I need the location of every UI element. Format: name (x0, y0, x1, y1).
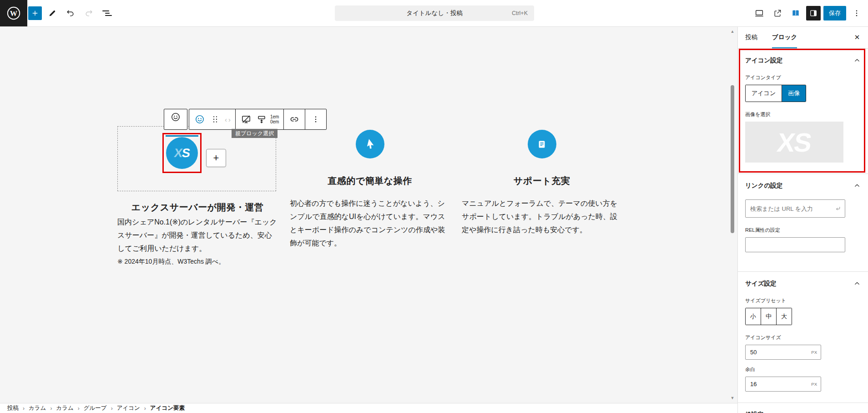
options-menu-button[interactable] (849, 5, 864, 21)
highlight-box-canvas-icon: XS (162, 133, 202, 173)
margin-field: PX (745, 377, 821, 392)
toolbar-segment-display: 1em 0em (236, 109, 284, 129)
icon-type-icon-button[interactable]: アイコン (746, 85, 782, 102)
scrollbar-thumb[interactable] (731, 85, 734, 233)
settings-sidebar: 投稿 ブロック ✕ アイコン設定 アイコンタイプ アイコン 画像 画像を選択 X… (737, 26, 868, 413)
breadcrumb-post[interactable]: 投稿 (7, 404, 19, 412)
tab-post[interactable]: 投稿 (745, 26, 757, 48)
size-settings-header[interactable]: サイズ設定 (745, 279, 843, 288)
icon-settings-header[interactable]: アイコン設定 (745, 56, 843, 65)
size-large-button[interactable]: 大 (777, 308, 792, 325)
spacing-values[interactable]: 1em 0em (270, 114, 279, 124)
parent-block-selector-button[interactable] (168, 109, 183, 125)
topbar-right-tools: 保存 (752, 0, 864, 26)
frame-settings-title: 枠設定 (745, 411, 764, 413)
book-icon-block[interactable] (528, 130, 556, 158)
size-small-button[interactable]: 小 (746, 308, 761, 325)
link-settings-header[interactable]: リンクの設定 (745, 181, 843, 190)
block-mover-buttons[interactable]: ‹ › (223, 116, 232, 123)
documentation-book-icon[interactable] (788, 5, 803, 21)
breadcrumb-group[interactable]: グループ (84, 404, 107, 412)
block-inserter-button[interactable] (28, 6, 42, 20)
svg-text:W: W (10, 9, 18, 18)
edit-tool-button[interactable] (45, 5, 60, 21)
undo-button[interactable] (63, 5, 78, 21)
monitor-slash-icon (241, 114, 252, 125)
select-image-label: 画像を選択 (745, 111, 843, 118)
margin-unit: PX (811, 382, 821, 387)
chevron-up-icon (853, 181, 862, 190)
spacing-control-button[interactable] (254, 112, 269, 127)
breadcrumb-separator: › (23, 405, 25, 412)
size-preset-toggle: 小 中 大 (745, 308, 792, 325)
preview-device-button[interactable] (752, 5, 767, 21)
image-preview-button[interactable]: XS (745, 122, 843, 163)
add-block-button[interactable]: + (206, 149, 226, 167)
column-1-paragraph[interactable]: 国内シェアNo.1(※)のレンタルサーバー『エックスサーバー』が開発・運営してい… (117, 215, 278, 255)
breadcrumb-column[interactable]: カラム (56, 404, 73, 412)
link-button[interactable] (287, 112, 302, 127)
icon-type-image-button[interactable]: 画像 (782, 85, 806, 102)
icon-block-type-button[interactable] (192, 112, 207, 127)
drag-handle[interactable] (207, 112, 223, 127)
column-2-title[interactable]: 直感的で簡単な操作 (290, 175, 450, 187)
frame-settings-header[interactable]: 枠設定 (745, 410, 843, 413)
save-button[interactable]: 保存 (823, 6, 846, 20)
breadcrumb-separator: › (78, 405, 80, 412)
move-right-icon: › (228, 116, 231, 123)
device-visibility-button[interactable] (238, 112, 254, 127)
command-palette-shortcut: Ctrl+K (512, 10, 528, 16)
margin-spacing-icon (256, 114, 267, 125)
wordpress-logo-icon[interactable]: W (0, 0, 27, 26)
link-icon (289, 114, 300, 125)
document-title-button[interactable]: タイトルなし・投稿 Ctrl+K (335, 5, 534, 21)
document-overview-button[interactable] (99, 5, 115, 21)
cursor-icon-block[interactable] (356, 130, 384, 158)
column-1-note[interactable]: ※ 2024年10月時点、W3Techs 調べ。 (117, 257, 278, 266)
redo-button[interactable] (81, 5, 96, 21)
rel-attribute-label: REL属性の設定 (745, 227, 843, 234)
breadcrumb-columns[interactable]: カラム (29, 404, 46, 412)
scroll-up-arrow[interactable]: ▲ (730, 29, 735, 34)
section-frame-settings: 枠設定 (738, 403, 868, 413)
close-sidebar-button[interactable]: ✕ (853, 33, 862, 42)
manual-book-icon (535, 138, 548, 151)
icon-size-field: PX (745, 345, 821, 360)
toolbar-segment-link (284, 109, 305, 129)
breadcrumb-icon-element: アイコン要素 (150, 404, 185, 412)
block-options-button[interactable] (308, 112, 323, 127)
xs-logo: XS (173, 147, 191, 159)
column-2-paragraph[interactable]: 初心者の方でも操作に迷うことがないよう、シンプルで直感的なUIを心がけています。… (290, 197, 450, 250)
smiley-icon (170, 112, 181, 122)
block-selected-indicator (166, 135, 198, 137)
link-url-field (745, 199, 845, 218)
column-1-title[interactable]: エックスサーバーが開発・運営 (117, 201, 278, 213)
column-2: 直感的で簡単な操作 初心者の方でも操作に迷うことがないよう、シンプルで直感的なU… (290, 130, 450, 250)
topbar-left-tools (28, 0, 115, 26)
link-url-input[interactable] (746, 205, 835, 212)
section-size-settings: サイズ設定 サイズプリセット 小 中 大 アイコンサイズ PX 余白 PX (738, 272, 868, 403)
column-3-paragraph[interactable]: マニュアルとフォーラムで、テーマの使い方をサポートしています。トラブルがあった時… (462, 197, 622, 236)
settings-sidebar-toggle[interactable] (806, 6, 821, 20)
margin-label: 余白 (745, 366, 843, 373)
breadcrumb-icon[interactable]: アイコン (117, 404, 140, 412)
column-3-title[interactable]: サポート充実 (462, 175, 622, 187)
xs-icon-block[interactable]: XS (166, 137, 198, 169)
breadcrumb-separator: › (50, 405, 52, 412)
view-post-external-button[interactable] (770, 5, 785, 21)
editor-topbar: W タイトルなし・投稿 (0, 0, 868, 27)
sidebar-tabs: 投稿 ブロック ✕ (738, 26, 868, 49)
chevron-up-icon (853, 279, 862, 288)
block-toolbar: ‹ › 1em 0em (189, 109, 327, 130)
tab-block[interactable]: ブロック (772, 26, 797, 48)
block-breadcrumb: 投稿› カラム› カラム› グループ› アイコン› アイコン要素 (0, 403, 737, 413)
icon-size-unit: PX (811, 350, 821, 355)
return-arrow-icon (835, 204, 841, 213)
section-icon-settings: アイコン設定 アイコンタイプ アイコン 画像 画像を選択 XS (738, 49, 868, 174)
size-medium-button[interactable]: 中 (761, 308, 777, 325)
rel-attribute-input[interactable] (745, 237, 845, 252)
scroll-down-arrow[interactable]: ▼ (730, 396, 735, 400)
move-left-icon: ‹ (225, 116, 227, 123)
icon-size-input[interactable] (746, 349, 811, 356)
margin-input[interactable] (746, 381, 811, 388)
